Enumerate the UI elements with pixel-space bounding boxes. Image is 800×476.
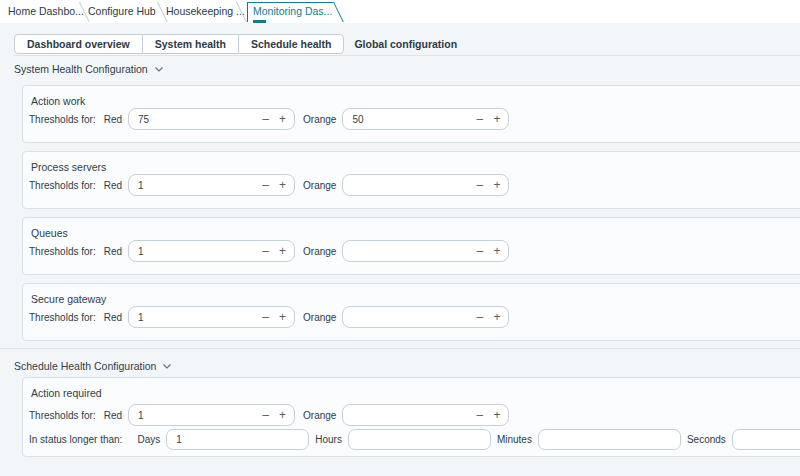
orange-threshold-stepper: – + [342, 404, 509, 426]
red-threshold-stepper: – + [128, 306, 295, 328]
orange-threshold-stepper: – + [342, 108, 509, 130]
orange-label: Orange [303, 114, 336, 125]
seconds-label: Seconds [687, 434, 726, 445]
threshold-row: Thresholds for: Red – + Orange – + [29, 306, 509, 328]
orange-label: Orange [303, 410, 336, 421]
threshold-row: Thresholds for: Red – + Orange – + [29, 404, 509, 426]
system-health-button[interactable]: System health [142, 34, 239, 54]
section-divider [0, 348, 800, 349]
decrement-icon[interactable]: – [257, 109, 274, 129]
decrement-icon[interactable]: – [257, 241, 274, 261]
increment-icon[interactable]: + [274, 109, 291, 129]
card-title: Action work [31, 95, 85, 107]
red-label: Red [104, 410, 122, 421]
card-title: Secure gateway [31, 293, 106, 305]
decrement-icon[interactable]: – [471, 109, 488, 129]
thresholds-for-label: Thresholds for: [29, 410, 96, 421]
increment-icon[interactable]: + [274, 241, 291, 261]
red-label: Red [104, 114, 122, 125]
red-threshold-input[interactable] [129, 312, 257, 323]
orange-threshold-stepper: – + [342, 240, 509, 262]
red-threshold-stepper: – + [128, 240, 295, 262]
orange-label: Orange [303, 246, 336, 257]
orange-threshold-input[interactable] [343, 410, 471, 421]
section-title: System Health Configuration [14, 63, 148, 75]
increment-icon[interactable]: + [488, 175, 505, 195]
red-threshold-stepper: – + [128, 174, 295, 196]
red-label: Red [104, 180, 122, 191]
orange-threshold-input[interactable] [343, 312, 471, 323]
dashboard-overview-button[interactable]: Dashboard overview [14, 34, 143, 54]
header-divider [14, 55, 800, 56]
threshold-row: Thresholds for: Red – + Orange – + [29, 108, 509, 130]
increment-icon[interactable]: + [274, 307, 291, 327]
card-title: Queues [31, 227, 68, 239]
days-label: Days [137, 434, 160, 445]
days-input[interactable] [166, 429, 309, 450]
increment-icon[interactable]: + [488, 307, 505, 327]
increment-icon[interactable]: + [274, 175, 291, 195]
hours-label: Hours [315, 434, 342, 445]
seconds-input[interactable] [732, 429, 800, 450]
decrement-icon[interactable]: – [471, 175, 488, 195]
red-threshold-input[interactable] [129, 180, 257, 191]
card-queues: Queues Thresholds for: Red – + Orange – … [22, 217, 800, 275]
active-tab-slant [333, 2, 344, 22]
minutes-label: Minutes [497, 434, 532, 445]
card-process-servers: Process servers Thresholds for: Red – + … [22, 151, 800, 209]
increment-icon[interactable]: + [274, 405, 291, 425]
card-action-required: Action required Thresholds for: Red – + … [22, 377, 800, 457]
thresholds-for-label: Thresholds for: [29, 114, 96, 125]
orange-threshold-input[interactable] [343, 114, 471, 125]
in-status-longer-than-label: In status longer than: [29, 434, 122, 445]
chevron-down-icon[interactable] [154, 65, 164, 74]
minutes-input[interactable] [538, 429, 681, 450]
decrement-icon[interactable]: – [471, 405, 488, 425]
red-threshold-input[interactable] [129, 246, 257, 257]
card-title: Process servers [31, 161, 106, 173]
orange-threshold-stepper: – + [342, 174, 509, 196]
view-switch: Dashboard overview System health Schedul… [14, 34, 457, 54]
decrement-icon[interactable]: – [257, 175, 274, 195]
decrement-icon[interactable]: – [257, 405, 274, 425]
thresholds-for-label: Thresholds for: [29, 246, 96, 257]
orange-label: Orange [303, 180, 336, 191]
system-health-configuration-header[interactable]: System Health Configuration [14, 63, 164, 75]
thresholds-for-label: Thresholds for: [29, 312, 96, 323]
card-secure-gateway: Secure gateway Thresholds for: Red – + O… [22, 283, 800, 341]
card-title: Action required [31, 387, 102, 399]
active-tab-indicator [253, 20, 266, 23]
schedule-health-button[interactable]: Schedule health [238, 34, 345, 54]
card-action-work: Action work Thresholds for: Red – + Oran… [22, 85, 800, 143]
tab-home-dashboard[interactable]: Home Dashbo... [8, 0, 84, 22]
red-threshold-stepper: – + [128, 404, 295, 426]
decrement-icon[interactable]: – [471, 307, 488, 327]
orange-label: Orange [303, 312, 336, 323]
schedule-health-configuration-header[interactable]: Schedule Health Configuration [14, 360, 172, 372]
increment-icon[interactable]: + [488, 241, 505, 261]
threshold-row: Thresholds for: Red – + Orange – + [29, 174, 509, 196]
orange-threshold-input[interactable] [343, 180, 471, 191]
orange-threshold-input[interactable] [343, 246, 471, 257]
decrement-icon[interactable]: – [471, 241, 488, 261]
red-label: Red [104, 312, 122, 323]
global-configuration-label: Global configuration [354, 38, 457, 50]
section-title: Schedule Health Configuration [14, 360, 156, 372]
orange-threshold-stepper: – + [342, 306, 509, 328]
duration-row: In status longer than: Days Hours Minute… [29, 429, 800, 450]
red-threshold-stepper: – + [128, 108, 295, 130]
tab-housekeeping[interactable]: Housekeeping ... [166, 0, 245, 22]
tab-configure-hub[interactable]: Configure Hub [88, 0, 156, 22]
thresholds-for-label: Thresholds for: [29, 180, 96, 191]
tab-monitoring-dashboard[interactable]: Monitoring Das... [253, 0, 332, 22]
red-label: Red [104, 246, 122, 257]
window-tab-strip: Home Dashbo... Configure Hub Housekeepin… [0, 0, 800, 23]
red-threshold-input[interactable] [129, 114, 257, 125]
chevron-down-icon[interactable] [162, 362, 172, 371]
increment-icon[interactable]: + [488, 109, 505, 129]
hours-input[interactable] [348, 429, 491, 450]
increment-icon[interactable]: + [488, 405, 505, 425]
threshold-row: Thresholds for: Red – + Orange – + [29, 240, 509, 262]
decrement-icon[interactable]: – [257, 307, 274, 327]
red-threshold-input[interactable] [129, 410, 257, 421]
